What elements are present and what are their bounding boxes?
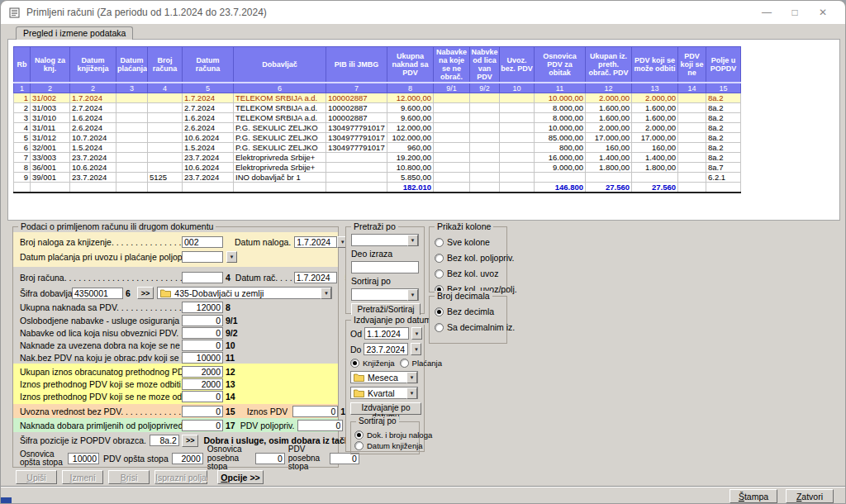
chevron-down-icon[interactable]: ▼ bbox=[411, 327, 422, 340]
table-cell[interactable] bbox=[470, 182, 500, 193]
table-cell[interactable] bbox=[434, 152, 470, 162]
table-cell[interactable] bbox=[678, 93, 706, 102]
nak-bez-pdv-input[interactable] bbox=[182, 352, 223, 364]
table-cell[interactable]: 2.7.2024 bbox=[70, 102, 116, 112]
sort-order-radio[interactable]: Dok. i broju naloga bbox=[354, 430, 416, 440]
broj-racuna-input[interactable] bbox=[182, 272, 223, 283]
table-cell[interactable] bbox=[116, 122, 148, 132]
table-cell[interactable]: 2.000,00 bbox=[586, 122, 632, 132]
table-cell[interactable]: 146.800 bbox=[535, 182, 586, 193]
column-header[interactable]: Polje u POPDV bbox=[706, 47, 741, 83]
table-cell[interactable] bbox=[500, 112, 535, 122]
table-row[interactable]: 2 31/003 2.7.2024 2.7.2024 TELEKOM SRBIJ… bbox=[14, 102, 741, 112]
action-button[interactable]: Isprazni polja bbox=[154, 470, 207, 484]
table-cell[interactable]: TELEKOM SRBIJA a.d. bbox=[234, 93, 326, 102]
column-header[interactable]: Datum knjiženja bbox=[70, 47, 116, 83]
table-cell[interactable] bbox=[326, 162, 387, 172]
table-row[interactable]: 4 31/011 2.6.2024 2.6.2024 P.G. SEKULIC … bbox=[14, 122, 741, 132]
table-cell[interactable] bbox=[500, 142, 535, 152]
table-cell[interactable]: 10.6.2024 bbox=[70, 162, 116, 172]
table-cell[interactable] bbox=[470, 152, 500, 162]
datum-naloga-input[interactable] bbox=[294, 236, 337, 248]
table-cell[interactable]: 100002887 bbox=[326, 93, 387, 102]
table-cell[interactable]: 10.000,00 bbox=[535, 122, 586, 132]
table-cell[interactable]: 100002887 bbox=[326, 112, 387, 122]
table-cell[interactable]: 5 bbox=[14, 132, 31, 142]
table-cell[interactable]: 9 bbox=[14, 172, 31, 182]
table-cell[interactable]: 1.800,00 bbox=[632, 162, 678, 172]
column-header[interactable]: Broj računa bbox=[148, 47, 183, 83]
datum-placanja-input[interactable] bbox=[182, 251, 223, 263]
table-cell[interactable]: 39/001 bbox=[31, 172, 70, 182]
chevron-down-icon[interactable]: ▼ bbox=[226, 251, 237, 263]
table-cell[interactable]: 8a.7 bbox=[706, 162, 741, 172]
pdv-poljopriv-input[interactable] bbox=[297, 420, 343, 431]
table-cell[interactable] bbox=[678, 162, 706, 172]
table-cell[interactable] bbox=[326, 172, 387, 182]
pdv-posebna-input[interactable] bbox=[330, 453, 359, 464]
table-cell[interactable]: 2.000,00 bbox=[586, 93, 632, 102]
table-cell[interactable]: 7 bbox=[14, 152, 31, 162]
table-cell[interactable] bbox=[678, 112, 706, 122]
table-cell[interactable] bbox=[148, 162, 183, 172]
table-cell[interactable]: 33/003 bbox=[31, 152, 70, 162]
table-cell[interactable] bbox=[470, 172, 500, 182]
table-cell[interactable] bbox=[500, 162, 535, 172]
table-cell[interactable]: P.G. SEKULIC ZELJKO bbox=[234, 142, 326, 152]
sifra-pozicije-more-button[interactable]: >> bbox=[182, 435, 199, 447]
decimals-option-radio[interactable]: Bez decimla bbox=[435, 307, 501, 316]
deo-izraza-input[interactable] bbox=[351, 261, 419, 273]
tab-pregled-i-izmene[interactable]: Pregled i izmene podataka bbox=[16, 26, 133, 40]
table-cell[interactable]: 6.2.1 bbox=[706, 172, 741, 182]
table-cell[interactable]: 9.600,00 bbox=[387, 102, 434, 112]
table-cell[interactable] bbox=[116, 93, 148, 102]
table-cell[interactable]: 2.7.2024 bbox=[183, 102, 234, 112]
table-cell[interactable]: 10.6.2024 bbox=[183, 132, 234, 142]
table-cell[interactable] bbox=[116, 102, 148, 112]
table-cell[interactable]: 36/001 bbox=[31, 162, 70, 172]
close-icon[interactable]: ✕ bbox=[809, 2, 837, 22]
table-cell[interactable] bbox=[326, 152, 387, 162]
table-cell[interactable] bbox=[470, 162, 500, 172]
table-cell[interactable] bbox=[116, 132, 148, 142]
sort-order-radio[interactable]: Datum knjiženja bbox=[354, 441, 416, 450]
table-cell[interactable]: 2.6.2024 bbox=[183, 122, 234, 132]
table-cell[interactable]: 1 bbox=[14, 93, 31, 102]
table-cell[interactable]: 1.600,00 bbox=[632, 112, 678, 122]
table-cell[interactable] bbox=[148, 152, 183, 162]
table-cell[interactable]: 19.200,00 bbox=[387, 152, 434, 162]
dobavljac-combo[interactable]: 435-Dobavljači u zemlji ▼ bbox=[157, 287, 332, 299]
table-row[interactable]: 8 36/001 10.6.2024 10.6.2024 Elektropriv… bbox=[14, 162, 741, 172]
maximize-icon[interactable]: □ bbox=[781, 2, 809, 22]
table-cell[interactable]: 1.7.2024 bbox=[70, 93, 116, 102]
table-cell[interactable] bbox=[148, 122, 183, 132]
table-cell[interactable] bbox=[470, 93, 500, 102]
table-cell[interactable] bbox=[116, 142, 148, 152]
table-cell[interactable] bbox=[586, 172, 632, 182]
od-date-input[interactable] bbox=[364, 327, 409, 340]
column-header[interactable]: Nabvke od lica van PDV bbox=[470, 47, 500, 83]
table-cell[interactable]: 10.800,00 bbox=[387, 162, 434, 172]
table-cell[interactable]: 5.850,00 bbox=[387, 172, 434, 182]
meseca-combo[interactable]: Meseca▼ bbox=[350, 371, 418, 383]
table-cell[interactable] bbox=[632, 172, 678, 182]
sifra-pozicije-input[interactable] bbox=[150, 435, 179, 446]
table-cell[interactable] bbox=[535, 172, 586, 182]
table-cell[interactable] bbox=[434, 182, 470, 193]
column-header[interactable]: Uvoz. bez. PDV bbox=[500, 47, 535, 83]
chevron-down-icon[interactable]: ▼ bbox=[407, 235, 418, 246]
table-cell[interactable]: 100002887 bbox=[326, 102, 387, 112]
table-cell[interactable]: 8.000,00 bbox=[535, 102, 586, 112]
table-cell[interactable]: 10.7.2024 bbox=[70, 132, 116, 142]
table-cell[interactable]: 1.400,00 bbox=[586, 152, 632, 162]
table-cell[interactable] bbox=[678, 132, 706, 142]
table-cell[interactable]: 8a.2 bbox=[706, 122, 741, 132]
table-cell[interactable] bbox=[500, 93, 535, 102]
column-header[interactable]: Nabavke na koje se ne obrač. bbox=[434, 47, 470, 83]
table-cell[interactable]: 8.000,00 bbox=[535, 112, 586, 122]
sortiraj-combo[interactable]: ▼ bbox=[351, 288, 419, 301]
table-cell[interactable] bbox=[234, 182, 326, 193]
ukupna-naknada-input[interactable] bbox=[182, 302, 223, 313]
table-cell[interactable] bbox=[500, 122, 535, 132]
table-row[interactable]: 3 31/010 1.6.2024 1.6.2024 TELEKOM SRBIJ… bbox=[14, 112, 741, 122]
